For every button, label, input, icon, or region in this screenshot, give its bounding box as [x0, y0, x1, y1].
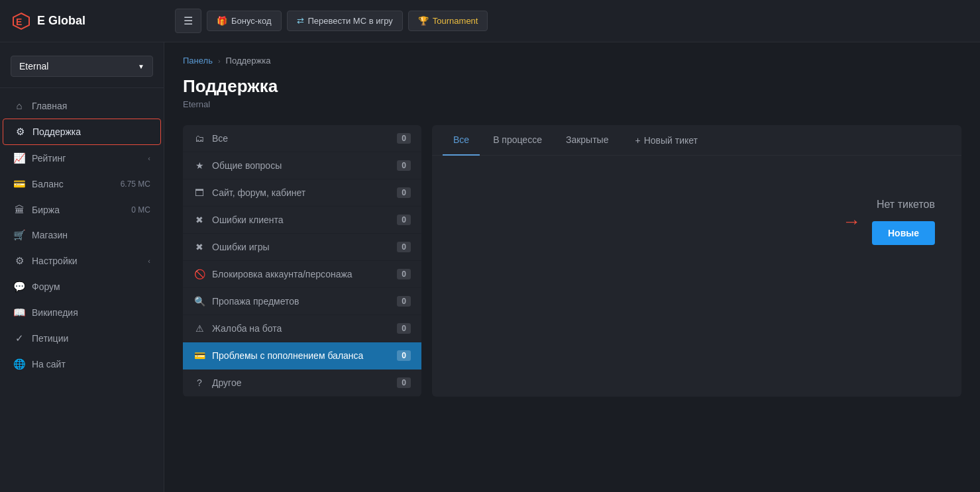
sidebar-item-settings[interactable]: ⚙ Настройки ‹ — [3, 248, 161, 273]
account-caret-icon: ▼ — [138, 63, 144, 70]
tab-all[interactable]: Все — [443, 125, 480, 156]
other-icon: ? — [193, 377, 205, 388]
category-bot[interactable]: ⚠ Жалоба на бота 0 — [183, 315, 421, 342]
sidebar-item-wiki[interactable]: 📖 Википедия — [3, 300, 161, 325]
breadcrumb-home-link[interactable]: Панель — [183, 56, 213, 66]
website-icon: 🌐 — [13, 358, 25, 370]
sidebar-item-balance[interactable]: 💳 Баланс 6.75 MC — [3, 172, 161, 197]
tickets-tabs: Все В процессе Закрытые + Новый тикет — [432, 125, 961, 156]
category-label-game-errors: Ошибки игры — [212, 242, 390, 252]
category-count-client-errors: 0 — [397, 215, 411, 225]
category-label-all: Все — [212, 133, 390, 144]
new-tickets-button[interactable]: Новые — [872, 221, 935, 245]
category-count-general: 0 — [397, 160, 411, 171]
new-ticket-tab[interactable]: + Новый тикет — [624, 126, 708, 155]
category-block[interactable]: 🚫 Блокировка аккаунта/персонажа 0 — [183, 261, 421, 288]
main-layout: Eternal ▼ ⌂ Главная ⚙ Поддержка 📈 Рейтин… — [0, 42, 980, 492]
sidebar-account: Eternal ▼ — [0, 48, 164, 88]
sidebar-item-home[interactable]: ⌂ Главная — [3, 93, 161, 118]
exchange-icon: 🏛 — [13, 204, 25, 215]
sidebar-item-website[interactable]: 🌐 На сайт — [3, 352, 161, 377]
empty-text: Нет тикетов — [877, 199, 935, 211]
category-count-site: 0 — [397, 187, 411, 198]
settings-arrow-icon: ‹ — [148, 257, 150, 265]
category-items[interactable]: 🔍 Пропажа предметов 0 — [183, 288, 421, 315]
sidebar-label-website: На сайт — [32, 359, 150, 369]
sidebar-item-support[interactable]: ⚙ Поддержка — [3, 119, 161, 145]
sidebar-label-shop: Магазин — [32, 230, 150, 240]
category-label-block: Блокировка аккаунта/персонажа — [212, 269, 390, 279]
new-ticket-tab-label: Новый тикет — [644, 135, 698, 146]
page-subtitle: Eternal — [183, 99, 961, 109]
category-site[interactable]: 🗖 Сайт, форум, кабинет 0 — [183, 179, 421, 207]
content-area: Панель › Поддержка Поддержка Eternal 🗂 В… — [164, 42, 980, 492]
category-count-all: 0 — [397, 133, 411, 144]
sidebar-item-exchange[interactable]: 🏛 Биржа 0 MC — [3, 197, 161, 222]
header-nav: ☰ 🎁 Бонус-код ⇄ Перевести МС в игру 🏆 To… — [175, 9, 969, 33]
trophy-icon: 🏆 — [418, 16, 429, 26]
account-selector[interactable]: Eternal ▼ — [11, 56, 153, 77]
sidebar-label-support: Поддержка — [32, 126, 150, 137]
category-general[interactable]: ★ Общие вопросы 0 — [183, 152, 421, 179]
petitions-icon: ✓ — [13, 332, 25, 344]
category-game-errors[interactable]: ✖ Ошибки игры 0 — [183, 234, 421, 261]
transfer-button[interactable]: ⇄ Перевести МС в игру — [287, 11, 403, 31]
category-count-balance: 0 — [397, 350, 411, 361]
all-icon: 🗂 — [193, 133, 205, 144]
sidebar-item-rating[interactable]: 📈 Рейтинг ‹ — [3, 146, 161, 171]
sidebar-item-forum[interactable]: 💬 Форум — [3, 274, 161, 299]
sidebar-label-petitions: Петиции — [32, 333, 150, 344]
sidebar-label-balance: Баланс — [32, 179, 114, 189]
breadcrumb-separator: › — [218, 57, 221, 65]
site-icon: 🗖 — [193, 187, 205, 198]
balance-cat-icon: 💳 — [193, 350, 205, 361]
logo-text: E Global — [37, 14, 85, 28]
support-layout: 🗂 Все 0 ★ Общие вопросы 0 🗖 Сайт, форум,… — [183, 125, 961, 397]
sidebar-item-petitions[interactable]: ✓ Петиции — [3, 326, 161, 351]
general-icon: ★ — [193, 160, 205, 171]
category-label-bot: Жалоба на бота — [212, 323, 390, 334]
plus-icon: + — [635, 135, 640, 146]
category-panel: 🗂 Все 0 ★ Общие вопросы 0 🗖 Сайт, форум,… — [183, 125, 421, 397]
sidebar-label-exchange: Биржа — [32, 205, 125, 215]
category-label-general: Общие вопросы — [212, 160, 390, 171]
tab-closed[interactable]: Закрытые — [555, 125, 619, 156]
sidebar-label-rating: Рейтинг — [32, 153, 141, 164]
menu-button[interactable]: ☰ — [175, 9, 201, 33]
gift-icon: 🎁 — [217, 16, 227, 26]
tournament-button[interactable]: 🏆 Tournament — [408, 11, 488, 31]
support-icon: ⚙ — [14, 126, 26, 138]
settings-icon: ⚙ — [13, 255, 25, 267]
tickets-panel: Все В процессе Закрытые + Новый тикет Не… — [432, 125, 961, 397]
logo-area: E E Global — [11, 11, 175, 32]
svg-text:E: E — [16, 17, 22, 27]
block-icon: 🚫 — [193, 269, 205, 279]
category-label-other: Другое — [212, 377, 390, 388]
breadcrumb-current: Поддержка — [226, 56, 271, 66]
forum-icon: 💬 — [13, 281, 25, 293]
bonus-code-button[interactable]: 🎁 Бонус-код — [207, 11, 282, 31]
arrow-right-icon: → — [842, 211, 861, 232]
shop-icon: 🛒 — [13, 229, 25, 241]
wiki-icon: 📖 — [13, 307, 25, 319]
sidebar-item-shop[interactable]: 🛒 Магазин — [3, 222, 161, 248]
category-count-bot: 0 — [397, 323, 411, 334]
category-count-other: 0 — [397, 377, 411, 388]
breadcrumb: Панель › Поддержка — [183, 56, 961, 66]
account-name: Eternal — [19, 61, 48, 72]
category-label-balance: Проблемы с пополнением баланса — [212, 350, 390, 361]
category-client-errors[interactable]: ✖ Ошибки клиента 0 — [183, 207, 421, 234]
home-icon: ⌂ — [13, 100, 25, 111]
category-other[interactable]: ? Другое 0 — [183, 369, 421, 397]
transfer-icon: ⇄ — [297, 16, 304, 26]
header: E E Global ☰ 🎁 Бонус-код ⇄ Перевести МС … — [0, 0, 980, 42]
tab-in-progress[interactable]: В процессе — [482, 125, 553, 156]
category-label-site: Сайт, форум, кабинет — [212, 187, 390, 198]
category-label-items: Пропажа предметов — [212, 296, 390, 307]
sidebar: Eternal ▼ ⌂ Главная ⚙ Поддержка 📈 Рейтин… — [0, 42, 164, 492]
client-errors-icon: ✖ — [193, 215, 205, 225]
rating-icon: 📈 — [13, 152, 25, 164]
balance-value: 6.75 MC — [121, 179, 150, 189]
category-all[interactable]: 🗂 Все 0 — [183, 125, 421, 152]
category-balance[interactable]: 💳 Проблемы с пополнением баланса 0 — [183, 342, 421, 369]
